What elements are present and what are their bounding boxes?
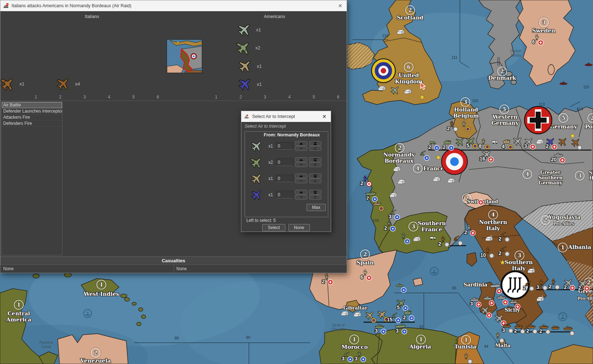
map-unit-marker[interactable] bbox=[478, 200, 483, 205]
svg-text:2: 2 bbox=[546, 143, 549, 149]
unit-marker-star: ★ bbox=[396, 318, 401, 323]
roundel-raf bbox=[372, 59, 395, 83]
spinner-max-button[interactable] bbox=[309, 174, 321, 178]
none-button[interactable]: None bbox=[289, 224, 310, 231]
close-icon[interactable]: ✕ bbox=[321, 114, 328, 119]
unit-marker-dot bbox=[530, 286, 534, 291]
defender-unit[interactable]: x2 bbox=[233, 39, 260, 57]
unit-count-label: x1 bbox=[268, 192, 274, 197]
unit-marker-star: ★ bbox=[403, 306, 408, 311]
svg-text:★: ★ bbox=[410, 316, 413, 320]
unit-marker-redcross bbox=[470, 231, 475, 236]
svg-text:Northern: Northern bbox=[479, 219, 507, 225]
sea-label: Canal bbox=[41, 345, 51, 349]
battle-step-item[interactable]: Attackers Fire bbox=[2, 114, 62, 120]
territory-label: Malta bbox=[495, 343, 511, 348]
defender-unit[interactable]: x1 bbox=[235, 57, 262, 75]
svg-text:2: 2 bbox=[578, 285, 581, 291]
select-button[interactable]: Select bbox=[262, 224, 285, 231]
spinner-max-button[interactable] bbox=[309, 190, 321, 194]
svg-text:1: 1 bbox=[419, 337, 423, 342]
sea-zone-number: 105 bbox=[373, 218, 379, 223]
spinner-down-button[interactable] bbox=[295, 162, 307, 167]
spinner-max-button[interactable] bbox=[309, 141, 321, 146]
svg-text:★: ★ bbox=[425, 156, 428, 160]
spinner-min-button[interactable] bbox=[309, 146, 321, 151]
sea-zone-number: 89 bbox=[175, 336, 179, 340]
battle-step-item[interactable]: Defenders Fire bbox=[2, 120, 62, 127]
sea-zone-number: 113 bbox=[539, 102, 545, 106]
spinner-down-button[interactable] bbox=[295, 179, 307, 183]
svg-text:Southern: Southern bbox=[418, 220, 446, 227]
attacker-unit[interactable]: x1 bbox=[0, 75, 25, 93]
scale-number: 5 bbox=[313, 95, 315, 100]
defender-unit[interactable]: x1 bbox=[235, 75, 262, 93]
spinner-down-button[interactable] bbox=[295, 146, 307, 151]
unit-marker-redcross bbox=[560, 158, 565, 163]
battle-step-item[interactable]: Air Battle bbox=[2, 102, 62, 108]
svg-text:★: ★ bbox=[373, 197, 376, 201]
svg-text:★: ★ bbox=[435, 146, 438, 150]
sea-label: Strait of bbox=[332, 323, 345, 327]
svg-text:2: 2 bbox=[498, 250, 501, 256]
spinner-max-button[interactable] bbox=[309, 157, 321, 162]
battle-step-item[interactable]: Defender Launches Interceptors bbox=[2, 108, 62, 114]
unit-marker-dot bbox=[505, 237, 509, 242]
spinner-min-button[interactable] bbox=[309, 195, 321, 199]
scale-number: 1 bbox=[215, 95, 218, 100]
svg-text:★: ★ bbox=[362, 358, 365, 361]
spinner-up-button[interactable] bbox=[295, 157, 307, 162]
svg-text:3: 3 bbox=[342, 356, 344, 361]
unit-marker-dot bbox=[445, 242, 449, 247]
dice-scale-left: 123456 bbox=[35, 95, 159, 100]
svg-text:Sardinia: Sardinia bbox=[464, 282, 487, 288]
unit-marker-redcross bbox=[503, 300, 508, 305]
max-button[interactable]: Max bbox=[307, 204, 326, 211]
spinner-max bbox=[309, 190, 321, 199]
svg-text:4: 4 bbox=[502, 144, 505, 149]
unit-marker-dot bbox=[458, 241, 462, 245]
svg-text:2: 2 bbox=[438, 241, 441, 247]
defender-casualties: None bbox=[173, 264, 347, 273]
spinner-up-button[interactable] bbox=[295, 141, 307, 146]
unit-marker-redcross bbox=[570, 285, 575, 290]
scale-number: 1 bbox=[35, 95, 37, 100]
intercept-dialog-titlebar[interactable]: Select Air to Intercept ✕ bbox=[241, 111, 331, 122]
spinner-min-button[interactable] bbox=[309, 162, 321, 167]
spinner-down-button[interactable] bbox=[295, 195, 307, 199]
unit-count-label: x2 bbox=[268, 160, 274, 165]
defender-unit[interactable]: x1 bbox=[234, 21, 261, 39]
territory-shape-balearic bbox=[413, 278, 423, 286]
sea-label: Danish bbox=[510, 49, 521, 53]
svg-text:2: 2 bbox=[428, 144, 431, 150]
intercept-count-input[interactable] bbox=[276, 142, 293, 150]
svg-text:15: 15 bbox=[387, 317, 392, 323]
spinner-min-button[interactable] bbox=[309, 179, 321, 183]
unit-marker-dot bbox=[555, 285, 559, 289]
intercept-count-input[interactable] bbox=[276, 175, 293, 182]
spinner-up-button[interactable] bbox=[295, 190, 307, 194]
close-icon[interactable]: ✕ bbox=[337, 3, 344, 9]
capital-star: ★ bbox=[435, 154, 441, 161]
fighter-icon bbox=[235, 75, 255, 93]
svg-text:2: 2 bbox=[539, 328, 542, 334]
unit-marker-star: ★ bbox=[402, 329, 407, 334]
intercept-count-input[interactable] bbox=[276, 191, 293, 198]
battle-window-titlebar[interactable]: Italians attacks Americans in Normandy B… bbox=[0, 0, 347, 11]
svg-text:★: ★ bbox=[391, 227, 394, 231]
svg-text:2: 2 bbox=[526, 328, 529, 334]
svg-text:Pola: Pola bbox=[585, 123, 593, 130]
battle-steps-list[interactable]: Air BattleDefender Launches Interceptors… bbox=[1, 102, 62, 255]
svg-text:3: 3 bbox=[542, 19, 546, 25]
unit-count-label: x1 bbox=[256, 27, 261, 32]
svg-text:5: 5 bbox=[466, 142, 469, 148]
svg-text:2: 2 bbox=[564, 284, 567, 290]
scale-divider bbox=[0, 101, 347, 101]
svg-text:Central: Central bbox=[8, 310, 30, 317]
spinner-up-button[interactable] bbox=[295, 174, 307, 178]
unit-marker-star: ★ bbox=[395, 215, 400, 220]
unit-marker-redcross bbox=[366, 275, 372, 280]
attacker-unit[interactable]: x4 bbox=[53, 75, 80, 93]
svg-text:★: ★ bbox=[402, 288, 405, 292]
intercept-count-input[interactable] bbox=[276, 158, 293, 166]
